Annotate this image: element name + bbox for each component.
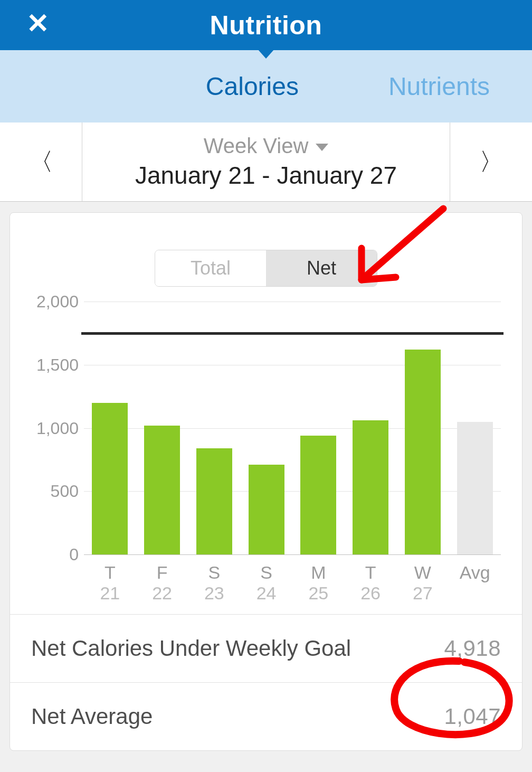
close-icon[interactable]: ✕	[26, 10, 50, 37]
prev-week-button[interactable]: 〈	[0, 123, 82, 201]
date-navigator: 〈 Week View January 21 - January 27 〉	[0, 123, 532, 202]
bar-S-24	[249, 465, 284, 554]
y-tick-label: 0	[31, 545, 79, 564]
nutrition-card: Total Net 05001,0001,5002,000 T21F22S23S…	[10, 212, 522, 751]
bar-S-23	[196, 448, 232, 554]
y-tick-label: 1,500	[31, 355, 79, 374]
x-tick: T26	[345, 555, 397, 604]
bar-W-27	[405, 350, 441, 554]
app-header: ✕ Nutrition	[0, 0, 532, 50]
x-tick: M25	[292, 555, 345, 604]
segment-net[interactable]: Net	[266, 250, 377, 286]
bar-Avg	[457, 422, 493, 554]
x-tick: W27	[397, 555, 449, 604]
x-tick: S23	[188, 555, 241, 604]
bar-F-22	[144, 426, 180, 554]
x-tick: F22	[136, 555, 188, 604]
view-mode-label: Week View	[204, 134, 309, 158]
sub-tab-bar: Calories Nutrients	[0, 50, 532, 123]
net-average-value: 1,047	[444, 704, 501, 729]
bar-T-21	[92, 403, 128, 554]
calories-bar-chart: 05001,0001,5002,000 T21F22S23S24M25T26W2…	[10, 296, 522, 614]
chevron-down-icon	[316, 144, 328, 151]
x-tick: S24	[240, 555, 292, 604]
tab-calories[interactable]: Calories	[206, 72, 299, 101]
date-range-text: January 21 - January 27	[135, 161, 397, 190]
page-title: Nutrition	[210, 10, 322, 41]
under-goal-value: 4,918	[444, 636, 501, 661]
bar-T-26	[353, 420, 388, 554]
total-net-segmented-control[interactable]: Total Net	[155, 250, 377, 287]
next-week-button[interactable]: 〉	[450, 123, 532, 201]
row-net-average: Net Average 1,047	[10, 682, 522, 750]
date-range-selector[interactable]: Week View January 21 - January 27	[82, 123, 450, 201]
x-tick: Avg	[449, 555, 501, 604]
bar-M-25	[300, 436, 336, 554]
under-goal-label: Net Calories Under Weekly Goal	[31, 636, 351, 661]
tab-nutrients[interactable]: Nutrients	[388, 72, 490, 101]
y-tick-label: 2,000	[31, 292, 79, 312]
row-under-goal: Net Calories Under Weekly Goal 4,918	[10, 614, 522, 682]
x-tick: T21	[84, 555, 136, 604]
stats-list: Net Calories Under Weekly Goal 4,918 Net…	[10, 614, 522, 750]
y-tick-label: 500	[31, 482, 79, 501]
net-average-label: Net Average	[31, 704, 153, 729]
segment-total[interactable]: Total	[155, 250, 266, 286]
y-tick-label: 1,000	[31, 418, 79, 438]
